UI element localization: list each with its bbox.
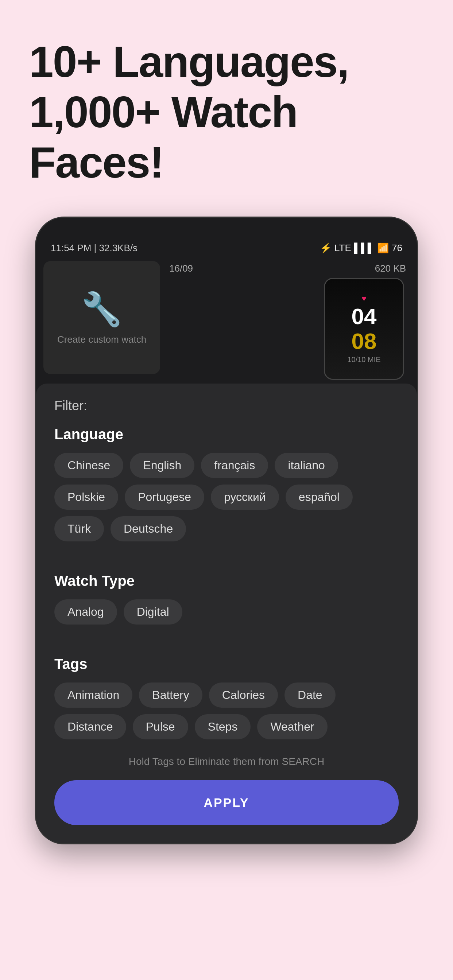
tag-analog[interactable]: Analog bbox=[54, 600, 117, 625]
signal-icon: ▌▌▌ bbox=[354, 242, 374, 254]
tag-pulse[interactable]: Pulse bbox=[133, 714, 188, 740]
apply-button[interactable]: APPLY bbox=[54, 780, 399, 825]
tag-francais[interactable]: français bbox=[201, 453, 268, 478]
hero-title: 10+ Languages, 1,000+ Watch Faces! bbox=[29, 37, 424, 188]
status-time: 11:54 PM | 32.3KB/s bbox=[51, 242, 137, 254]
watch-type-tags-row: Analog Digital bbox=[54, 600, 399, 625]
watch-filesize: 620 KB bbox=[375, 263, 406, 274]
tag-battery[interactable]: Battery bbox=[139, 682, 202, 708]
tags-row: Animation Battery Calories Date Distance… bbox=[54, 682, 399, 740]
tag-turk[interactable]: Türk bbox=[54, 516, 104, 541]
watch-heart-icon: ♥ bbox=[362, 294, 366, 303]
tag-steps[interactable]: Steps bbox=[195, 714, 251, 740]
filter-header: Filter: bbox=[54, 398, 399, 414]
tag-russian[interactable]: русский bbox=[211, 485, 279, 510]
divider-2 bbox=[54, 641, 399, 641]
lte-icon: LTE bbox=[335, 242, 351, 254]
tag-portugese[interactable]: Portugese bbox=[125, 485, 204, 510]
watch-meta: 16/09 620 KB bbox=[166, 261, 410, 278]
watch-face-image[interactable]: ♥ 04 08 10/10 MIE bbox=[324, 278, 404, 380]
divider-1 bbox=[54, 558, 399, 558]
hint-text: Hold Tags to Eliminate them from SEARCH bbox=[54, 756, 399, 767]
tag-english[interactable]: English bbox=[130, 453, 195, 478]
tag-italiano[interactable]: italiano bbox=[274, 453, 338, 478]
wrench-icon: 🔧 bbox=[81, 290, 122, 328]
tag-polskie[interactable]: Polskie bbox=[54, 485, 118, 510]
bluetooth-icon: ⚡ bbox=[320, 242, 332, 254]
notch bbox=[36, 218, 417, 236]
watch-date-small: 10/10 MIE bbox=[347, 355, 380, 364]
phone-mockup: 11:54 PM | 32.3KB/s ⚡ LTE ▌▌▌ 📶 76 🔧 Cre… bbox=[35, 216, 418, 845]
wifi-icon: 📶 bbox=[377, 242, 389, 254]
tag-weather[interactable]: Weather bbox=[257, 714, 327, 740]
tag-date[interactable]: Date bbox=[284, 682, 335, 708]
hero-section: 10+ Languages, 1,000+ Watch Faces! bbox=[0, 0, 453, 209]
tags-section: Tags Animation Battery Calories Date Dis… bbox=[54, 656, 399, 740]
language-title: Language bbox=[54, 426, 399, 442]
create-custom-label: Create custom watch bbox=[50, 334, 153, 345]
watch-time-hour: 04 bbox=[352, 304, 377, 329]
watch-time-minute: 08 bbox=[352, 329, 377, 354]
status-bar: 11:54 PM | 32.3KB/s ⚡ LTE ▌▌▌ 📶 76 bbox=[36, 236, 417, 258]
watch-type-section: Watch Type Analog Digital bbox=[54, 573, 399, 625]
watch-face-right: 16/09 620 KB ♥ 04 08 10/10 MIE bbox=[166, 261, 410, 380]
filter-panel: Filter: Language Chinese English françai… bbox=[36, 383, 417, 843]
tag-chinese[interactable]: Chinese bbox=[54, 453, 123, 478]
watch-type-title: Watch Type bbox=[54, 573, 399, 589]
tag-digital[interactable]: Digital bbox=[124, 600, 182, 625]
tag-distance[interactable]: Distance bbox=[54, 714, 126, 740]
battery-indicator: 76 bbox=[392, 242, 402, 254]
create-custom-watch-card[interactable]: 🔧 Create custom watch bbox=[43, 261, 160, 374]
status-icons: ⚡ LTE ▌▌▌ 📶 76 bbox=[320, 242, 402, 254]
watch-preview-area: 🔧 Create custom watch 16/09 620 KB ♥ 04 … bbox=[36, 258, 417, 380]
tag-animation[interactable]: Animation bbox=[54, 682, 132, 708]
language-tags-row: Chinese English français italiano Polski… bbox=[54, 453, 399, 541]
tag-calories[interactable]: Calories bbox=[209, 682, 278, 708]
tags-title: Tags bbox=[54, 656, 399, 672]
language-section: Language Chinese English français italia… bbox=[54, 426, 399, 541]
tag-espanol[interactable]: español bbox=[286, 485, 353, 510]
tag-deutsche[interactable]: Deutsche bbox=[110, 516, 186, 541]
watch-date: 16/09 bbox=[169, 263, 193, 274]
